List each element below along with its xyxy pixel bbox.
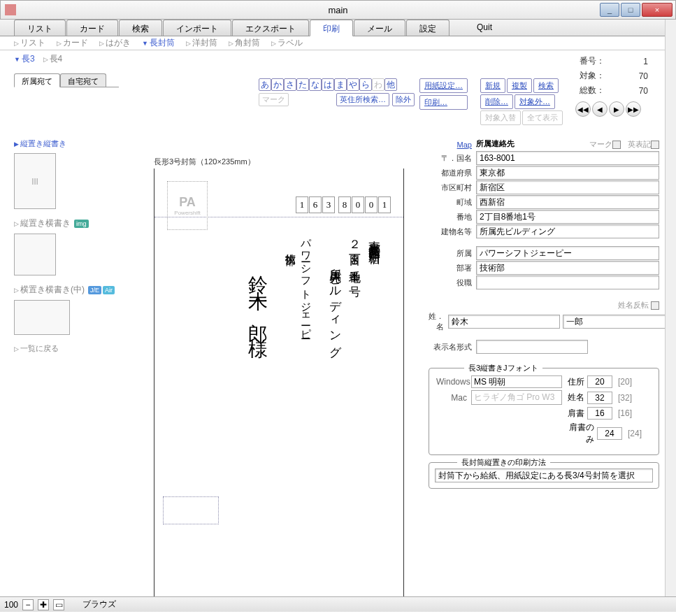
search-button[interactable]: 検索 [533, 78, 559, 93]
addrtab-home[interactable]: 自宅宛て [60, 73, 106, 87]
address-tabs: 所属宛て 自宅宛て [14, 73, 119, 87]
size-title-only-field[interactable] [597, 427, 622, 440]
kana-other[interactable]: 他 [384, 78, 397, 91]
kana-a[interactable]: あ [259, 78, 271, 91]
font-mac-field: ヒラギノ角ゴ Pro W3 [471, 390, 562, 405]
swap-button: 対象入替 [480, 110, 521, 125]
kana-ha[interactable]: は [322, 78, 334, 91]
kana-ya[interactable]: や [347, 78, 359, 91]
print-method-group: 長封筒縦置きの印刷方法 [429, 462, 659, 489]
thumb-vh[interactable] [14, 234, 56, 275]
layout-hh[interactable]: 横置き横書き(中) J/EAir [14, 284, 119, 296]
envelope-caption: 長形3号封筒（120×235mm） [154, 157, 405, 167]
zoom-in-button[interactable]: ▭ [53, 599, 64, 610]
mark-checkbox[interactable] [612, 141, 621, 149]
subtab-list[interactable]: リスト [14, 37, 45, 49]
dept-field[interactable] [476, 261, 659, 275]
env-bldg: 所属先ビルディング [327, 259, 343, 352]
subtab-kaku[interactable]: 角封筒 [229, 37, 260, 49]
layout-vh[interactable]: 縦置き横書き img [14, 217, 119, 229]
env-dept: 技術部 [284, 245, 297, 248]
thumb-vv[interactable]: |||| [14, 153, 56, 209]
size-addr-field[interactable] [587, 375, 612, 388]
nav-last-button[interactable]: ▶▶ [626, 101, 641, 117]
font-group: 長3縦書きJフォント Windows住所[20] Macヒラギノ角ゴ Pro W… [429, 368, 659, 455]
paper-setup-button[interactable]: 用紙設定… [419, 78, 468, 93]
kana-na[interactable]: な [309, 78, 322, 91]
size-name-field[interactable] [587, 392, 612, 404]
eng-checkbox[interactable] [651, 141, 659, 149]
layout-vv[interactable]: 縦置き縦書き [14, 138, 119, 149]
format-field[interactable] [476, 340, 588, 354]
layout-back[interactable]: 一覧に戻る [14, 343, 119, 354]
org-field[interactable] [476, 246, 659, 260]
kana-ra[interactable]: ら [359, 78, 372, 91]
delete-button[interactable]: 削除… [480, 94, 513, 109]
exclude-button[interactable]: 除外 [392, 93, 415, 106]
titlebar: main _ □ × [0, 0, 676, 20]
kana-sa[interactable]: さ [284, 78, 296, 91]
nav-prev-button[interactable]: ◀ [592, 101, 607, 117]
eng-addr-search-button[interactable]: 英住所検索… [336, 93, 389, 106]
sender-area [163, 496, 219, 524]
close-button[interactable]: × [642, 3, 673, 17]
mei-field[interactable] [563, 315, 665, 329]
nav-first-button[interactable]: ◀◀ [575, 101, 591, 117]
mark-button[interactable]: マーク [259, 93, 289, 106]
print-method-field[interactable] [435, 468, 653, 482]
subtab-label[interactable]: ラベル [271, 37, 303, 49]
town-field[interactable] [476, 195, 659, 209]
tab-search[interactable]: 検索 [119, 20, 162, 36]
minimize-button[interactable]: _ [600, 3, 619, 17]
addrtab-org[interactable]: 所属宛て [14, 73, 60, 87]
subtab-you[interactable]: 洋封筒 [186, 37, 217, 49]
new-button[interactable]: 新規 [480, 78, 505, 93]
bldg-field[interactable] [476, 224, 659, 238]
zoom-out-button[interactable]: − [22, 599, 34, 610]
tab-settings[interactable]: 設定 [406, 20, 450, 36]
tab-export[interactable]: エクスポート [232, 20, 309, 36]
stats-table: 番号：1 対象：70 総数：70 [575, 53, 652, 99]
font-win-field[interactable] [471, 375, 562, 388]
pref-field[interactable] [476, 166, 659, 180]
zip-field[interactable] [476, 151, 659, 165]
app-icon [5, 4, 16, 15]
kana-ma[interactable]: ま [334, 78, 347, 91]
window-title: main [328, 5, 347, 15]
zoom-fit-button[interactable]: ✚ [38, 599, 49, 610]
kana-wa[interactable]: わ [372, 78, 384, 91]
kana-ta[interactable]: た [296, 78, 309, 91]
size-naga4[interactable]: 長4 [43, 53, 63, 65]
tab-quit[interactable]: Quit [464, 20, 505, 36]
tab-card[interactable]: カード [66, 20, 118, 36]
mode-label: ブラウズ [82, 599, 116, 610]
size-title-field[interactable] [587, 407, 612, 420]
show-all-button: 全て表示 [522, 110, 563, 125]
envelope-preview: 長形3号封筒（120×235mm） PA Powershift 1 6 3 8 … [154, 157, 405, 596]
tab-import[interactable]: インポート [163, 20, 231, 36]
stamp-area: PA Powershift [167, 181, 208, 230]
thumb-hh[interactable] [14, 300, 70, 335]
subtab-hagaki[interactable]: はがき [99, 37, 131, 49]
sei-field[interactable] [448, 315, 560, 329]
map-link[interactable]: Map [457, 141, 472, 149]
exclude-out-button[interactable]: 対象外… [515, 94, 555, 109]
nav-next-button[interactable]: ▶ [609, 101, 624, 117]
tab-print[interactable]: 印刷 [310, 20, 353, 36]
tab-mail[interactable]: メール [354, 20, 405, 36]
kana-ka[interactable]: か [271, 78, 284, 91]
maximize-button[interactable]: □ [621, 3, 640, 17]
vertical-scrollbar[interactable] [665, 20, 676, 596]
addr-field[interactable] [476, 210, 659, 224]
main-tabs: リスト カード 検索 インポート エクスポート 印刷 メール 設定 Quit [0, 20, 665, 36]
size-naga3[interactable]: 長3 [14, 53, 35, 65]
print-button[interactable]: 印刷… [419, 95, 468, 110]
tab-list[interactable]: リスト [14, 20, 66, 36]
subtab-naga[interactable]: 長封筒 [142, 37, 175, 49]
subtab-card[interactable]: カード [57, 37, 88, 49]
city-field[interactable] [476, 180, 659, 194]
flip-checkbox[interactable] [651, 301, 659, 310]
zip-boxes: 1 6 3 8 0 0 1 [296, 196, 391, 213]
role-field[interactable] [476, 275, 659, 289]
duplicate-button[interactable]: 複製 [507, 78, 532, 93]
